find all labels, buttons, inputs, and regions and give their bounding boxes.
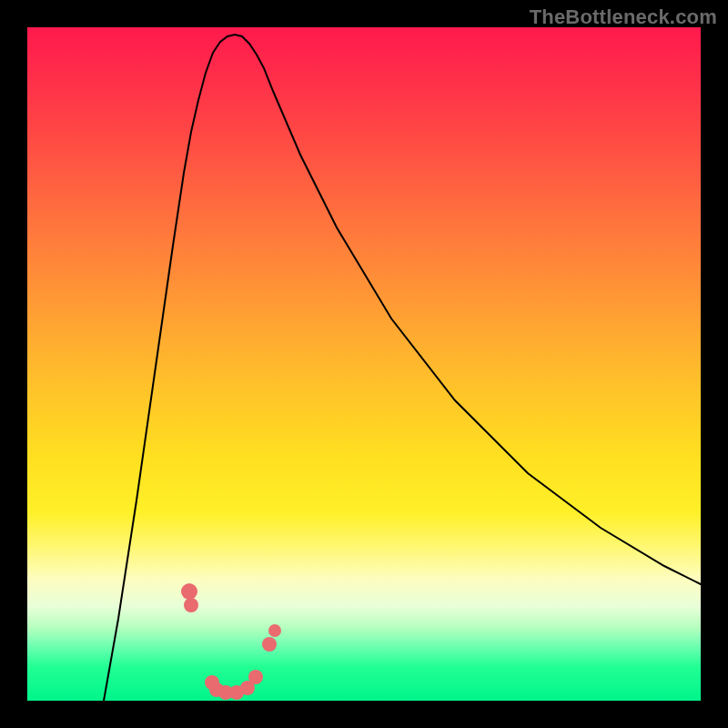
valley-right-2 bbox=[248, 670, 263, 684]
left-dot-1 bbox=[181, 583, 197, 600]
watermark-text: TheBottleneck.com bbox=[530, 5, 717, 29]
chart-svg bbox=[27, 27, 701, 701]
left-dot-2 bbox=[184, 598, 198, 612]
right-dot-2 bbox=[268, 624, 281, 637]
data-markers bbox=[181, 583, 281, 700]
right-dot-1 bbox=[262, 637, 277, 652]
chart-plot-area bbox=[27, 27, 701, 701]
